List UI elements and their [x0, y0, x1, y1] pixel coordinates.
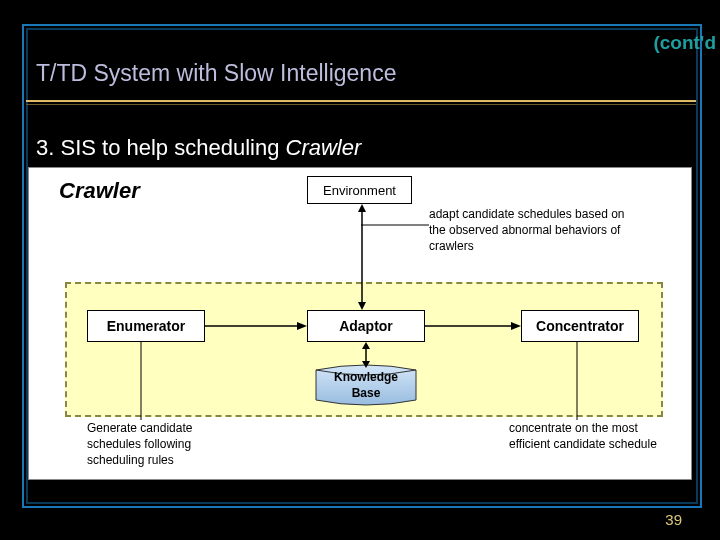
- concentrator-note: concentrate on the most efficient candid…: [509, 420, 679, 452]
- connector-conc-note: [575, 342, 579, 420]
- slide-subtitle: 3. SIS to help scheduling Crawler: [36, 135, 361, 161]
- title-underline: [26, 100, 696, 102]
- adaptor-label: Adaptor: [339, 318, 393, 334]
- enumerator-box: Enumerator: [87, 310, 205, 342]
- enumerator-note: Generate candidate schedules following s…: [87, 420, 237, 469]
- enumerator-label: Enumerator: [107, 318, 186, 334]
- svg-marker-10: [362, 361, 370, 368]
- adaptor-box: Adaptor: [307, 310, 425, 342]
- environment-note: adapt candidate schedules based on the o…: [429, 206, 634, 255]
- page-number: 39: [665, 511, 682, 528]
- arrow-adaptor-kb: [358, 342, 374, 368]
- continued-label: (cont'd: [653, 32, 716, 54]
- arrow-enum-adaptor: [205, 318, 307, 334]
- environment-box: Environment: [307, 176, 412, 204]
- diagram-container: Crawler Environment adapt candidate sche…: [28, 167, 692, 480]
- svg-marker-5: [297, 322, 307, 330]
- diagram-title: Crawler: [59, 178, 140, 204]
- knowledge-base-label: KnowledgeBase: [315, 370, 417, 401]
- subtitle-emphasis: Crawler: [286, 135, 362, 160]
- concentrator-box: Concentrator: [521, 310, 639, 342]
- svg-marker-2: [358, 302, 366, 310]
- slide-title: T/TD System with Slow Intelligence: [36, 60, 396, 87]
- svg-marker-9: [362, 342, 370, 349]
- connector-env-note: [361, 223, 429, 227]
- arrow-adaptor-conc: [425, 318, 521, 334]
- concentrator-label: Concentrator: [536, 318, 624, 334]
- title-underline-shadow: [26, 104, 696, 105]
- arrow-env-adaptor: [354, 204, 370, 310]
- svg-marker-1: [358, 204, 366, 212]
- knowledge-base-shape: KnowledgeBase: [315, 364, 417, 406]
- connector-enum-note: [139, 342, 143, 420]
- subtitle-prefix: 3. SIS to help scheduling: [36, 135, 286, 160]
- environment-label: Environment: [323, 183, 396, 198]
- svg-marker-7: [511, 322, 521, 330]
